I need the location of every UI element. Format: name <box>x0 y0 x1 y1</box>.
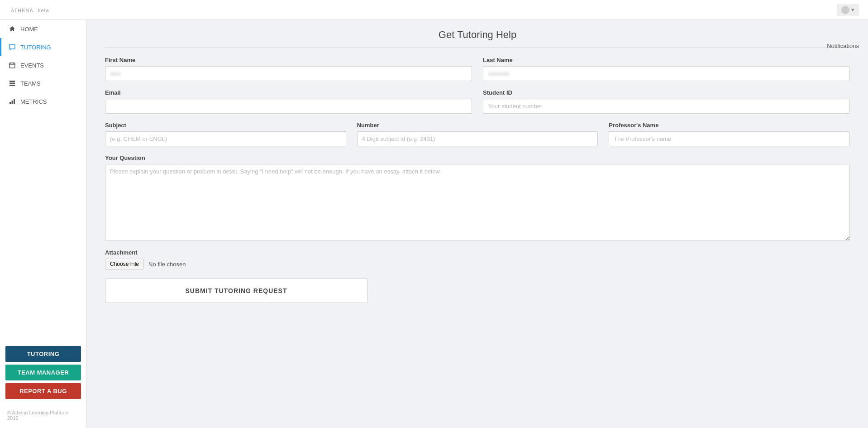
top-nav: ATHENA beta ▾ <box>0 0 868 20</box>
first-name-input[interactable] <box>105 66 472 81</box>
question-row: Your Question <box>105 154 850 241</box>
first-name-label: First Name <box>105 57 472 63</box>
email-input[interactable] <box>105 99 472 114</box>
submit-section: SUBMIT TUTORING REQUEST <box>105 279 850 303</box>
sidebar-item-tutoring-label: TUTORING <box>20 44 51 51</box>
notifications-link[interactable]: Notifications <box>827 43 859 49</box>
email-group: Email <box>105 89 472 114</box>
sidebar-item-teams[interactable]: TEAMS <box>0 74 86 92</box>
last-name-input[interactable] <box>483 66 850 81</box>
tutoring-button[interactable]: TUTORING <box>5 346 81 362</box>
professor-input[interactable] <box>609 131 850 146</box>
sidebar-item-metrics[interactable]: METRICS <box>0 92 86 111</box>
last-name-label: Last Name <box>483 57 850 63</box>
sidebar-footer: © Athena Learning Platform 2016 <box>0 403 86 428</box>
tutoring-icon <box>9 43 16 51</box>
sidebar-buttons: TUTORING TEAM MANAGER REPORT A BUG <box>0 342 86 403</box>
name-row: First Name Last Name <box>105 57 850 81</box>
subject-group: Subject <box>105 122 346 146</box>
sidebar-item-tutoring[interactable]: TUTORING <box>0 38 86 56</box>
sidebar-item-home-label: HOME <box>20 26 38 33</box>
teams-icon <box>9 80 16 87</box>
svg-rect-10 <box>12 101 13 104</box>
student-id-group: Student ID <box>483 89 850 114</box>
home-icon <box>9 25 16 33</box>
brand-title: ATHENA beta <box>9 6 49 14</box>
user-dropdown-arrow: ▾ <box>851 6 854 13</box>
student-id-label: Student ID <box>483 89 850 96</box>
main-content: Get Tutoring Help First Name Last Name E… <box>87 20 868 428</box>
professor-group: Professor's Name <box>609 122 850 146</box>
number-label: Number <box>357 122 598 129</box>
number-group: Number <box>357 122 598 146</box>
page-title: Get Tutoring Help <box>105 29 850 48</box>
top-nav-right: ▾ <box>837 4 859 16</box>
svg-rect-8 <box>10 85 15 86</box>
email-label: Email <box>105 89 472 96</box>
choose-file-button[interactable]: Choose File <box>105 259 144 269</box>
subject-input[interactable] <box>105 131 346 146</box>
attachment-section: Attachment Choose File No file chosen <box>105 249 850 269</box>
layout: HOME TUTORING EVENTS TEAMS <box>0 20 868 428</box>
events-icon <box>9 62 16 69</box>
brand-name: ATHENA <box>11 8 33 13</box>
svg-rect-11 <box>14 99 15 104</box>
report-bug-button[interactable]: REPORT A BUG <box>5 383 81 399</box>
sidebar-item-home[interactable]: HOME <box>0 20 86 38</box>
attachment-label: Attachment <box>105 249 850 256</box>
user-dropdown[interactable]: ▾ <box>837 4 859 16</box>
first-name-group: First Name <box>105 57 472 81</box>
svg-rect-2 <box>10 63 15 68</box>
svg-rect-6 <box>10 81 15 82</box>
question-label: Your Question <box>105 154 850 161</box>
file-input-row: Choose File No file chosen <box>105 259 850 269</box>
submit-button[interactable]: SUBMIT TUTORING REQUEST <box>105 279 367 303</box>
sidebar-item-events[interactable]: EVENTS <box>0 56 86 74</box>
professor-label: Professor's Name <box>609 122 850 129</box>
question-textarea[interactable] <box>105 164 850 241</box>
team-manager-button[interactable]: TEAM MANAGER <box>5 365 81 380</box>
subject-label: Subject <box>105 122 346 129</box>
subject-row: Subject Number Professor's Name <box>105 122 850 146</box>
svg-rect-7 <box>10 83 15 84</box>
sidebar: HOME TUTORING EVENTS TEAMS <box>0 20 87 428</box>
no-file-text: No file chosen <box>148 261 186 268</box>
svg-rect-0 <box>10 44 15 49</box>
sidebar-item-events-label: EVENTS <box>20 62 44 69</box>
number-input[interactable] <box>357 131 598 146</box>
sidebar-item-metrics-label: METRICS <box>20 98 47 105</box>
email-studentid-row: Email Student ID <box>105 89 850 114</box>
brand-sub: beta <box>38 8 49 13</box>
tutoring-form: First Name Last Name Email Student ID <box>105 57 850 303</box>
sidebar-item-teams-label: TEAMS <box>20 80 41 87</box>
sidebar-nav: HOME TUTORING EVENTS TEAMS <box>0 20 86 342</box>
student-id-input[interactable] <box>483 99 850 114</box>
last-name-group: Last Name <box>483 57 850 81</box>
svg-rect-9 <box>10 102 11 104</box>
question-group: Your Question <box>105 154 850 241</box>
metrics-icon <box>9 98 16 105</box>
